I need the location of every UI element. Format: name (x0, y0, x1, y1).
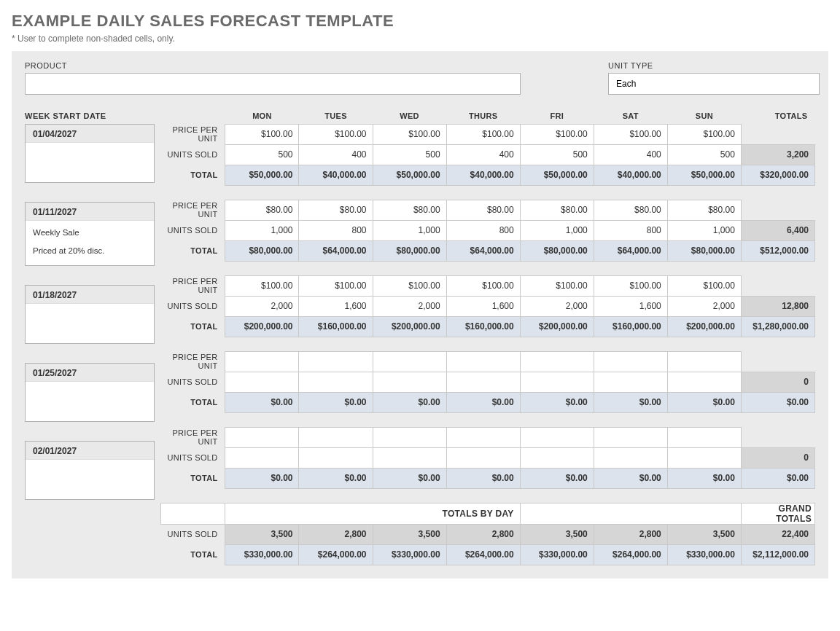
units-cell[interactable] (446, 372, 520, 392)
units-cell[interactable]: 1,600 (594, 296, 667, 316)
units-cell[interactable]: 800 (594, 220, 667, 240)
units-cell[interactable]: 1,000 (667, 220, 741, 240)
price-cell[interactable]: $80.00 (446, 200, 520, 220)
day-header-2: WED (373, 108, 446, 124)
total-cell: $0.00 (520, 468, 594, 488)
day-header-1: TUES (299, 108, 373, 124)
units-cell[interactable]: 2,000 (520, 296, 594, 316)
total-cell: $40,000.00 (594, 165, 667, 185)
price-cell[interactable]: $100.00 (667, 124, 741, 144)
units-cell[interactable] (373, 447, 446, 468)
row-grand-total: $0.00 (741, 468, 814, 488)
price-cell[interactable]: $100.00 (594, 124, 667, 144)
price-cell[interactable]: $80.00 (373, 200, 446, 220)
price-cell[interactable]: $100.00 (299, 275, 373, 296)
units-cell[interactable]: 2,000 (667, 296, 741, 316)
price-cell[interactable]: $100.00 (299, 124, 373, 144)
units-cell[interactable]: 800 (446, 220, 520, 240)
week-date-box[interactable]: 01/11/2027 Weekly SalePriced at 20% disc… (25, 202, 155, 266)
price-total-blank (741, 200, 814, 220)
row-grand-total: $512,000.00 (741, 240, 814, 261)
price-cell[interactable]: $80.00 (520, 200, 594, 220)
week-note: Priced at 20% disc. (33, 243, 147, 259)
total-cell: $0.00 (225, 392, 299, 412)
units-cell[interactable] (667, 372, 741, 392)
price-cell[interactable]: $80.00 (667, 200, 741, 220)
week-notes[interactable] (26, 143, 154, 182)
price-cell[interactable]: $80.00 (225, 200, 299, 220)
price-cell[interactable] (667, 351, 741, 372)
units-cell[interactable]: 800 (299, 220, 373, 240)
week-notes[interactable]: Weekly SalePriced at 20% disc. (26, 221, 154, 265)
units-cell[interactable]: 500 (225, 144, 299, 165)
units-cell[interactable] (667, 447, 741, 468)
price-cell[interactable]: $100.00 (225, 124, 299, 144)
unit-type-input[interactable] (608, 73, 820, 95)
week-notes[interactable] (26, 304, 154, 343)
units-cell[interactable]: 400 (594, 144, 667, 165)
week-notes[interactable] (26, 460, 154, 499)
units-cell[interactable]: 1,000 (520, 220, 594, 240)
units-cell[interactable] (520, 447, 594, 468)
units-cell[interactable]: 1,000 (225, 220, 299, 240)
units-cell[interactable] (520, 372, 594, 392)
price-cell[interactable]: $100.00 (225, 275, 299, 296)
price-cell[interactable]: $100.00 (446, 124, 520, 144)
row-label-price: PRICE PERUNIT (161, 200, 225, 220)
price-cell[interactable]: $100.00 (667, 275, 741, 296)
total-cell: $64,000.00 (299, 240, 373, 261)
price-cell[interactable] (373, 351, 446, 372)
price-cell[interactable]: $80.00 (594, 200, 667, 220)
week-date-box[interactable]: 01/04/2027 (25, 124, 155, 183)
week-date-box[interactable]: 02/01/2027 (25, 441, 155, 500)
price-cell[interactable] (520, 351, 594, 372)
price-cell[interactable] (667, 427, 741, 447)
price-cell[interactable] (520, 427, 594, 447)
price-cell[interactable]: $100.00 (373, 124, 446, 144)
price-cell[interactable] (299, 351, 373, 372)
price-cell[interactable] (446, 427, 520, 447)
price-cell[interactable]: $100.00 (520, 124, 594, 144)
units-cell[interactable] (225, 447, 299, 468)
price-cell[interactable]: $80.00 (299, 200, 373, 220)
units-cell[interactable]: 2,000 (225, 296, 299, 316)
row-label-price: PRICE PERUNIT (161, 124, 225, 144)
page: EXAMPLE DAILY SALES FORECAST TEMPLATE * … (0, 0, 840, 593)
units-cell[interactable] (594, 447, 667, 468)
price-cell[interactable] (225, 427, 299, 447)
product-input[interactable] (25, 73, 521, 95)
price-cell[interactable] (225, 351, 299, 372)
units-cell[interactable]: 500 (373, 144, 446, 165)
units-cell[interactable]: 500 (520, 144, 594, 165)
total-cell: $200,000.00 (520, 316, 594, 337)
units-cell[interactable]: 500 (667, 144, 741, 165)
total-cell: $80,000.00 (520, 240, 594, 261)
units-cell[interactable]: 400 (299, 144, 373, 165)
units-cell[interactable]: 400 (446, 144, 520, 165)
units-cell[interactable] (594, 372, 667, 392)
price-cell[interactable]: $100.00 (446, 275, 520, 296)
week-date-box[interactable]: 01/18/2027 (25, 285, 155, 344)
units-cell[interactable] (299, 447, 373, 468)
units-cell[interactable]: 1,000 (373, 220, 446, 240)
price-cell[interactable] (594, 427, 667, 447)
price-cell[interactable] (594, 351, 667, 372)
price-cell[interactable]: $100.00 (373, 275, 446, 296)
week-date-box[interactable]: 01/25/2027 (25, 363, 155, 422)
units-cell[interactable]: 2,000 (373, 296, 446, 316)
row-grand-total: $1,280,000.00 (741, 316, 814, 337)
units-cell[interactable] (373, 372, 446, 392)
price-cell[interactable] (299, 427, 373, 447)
units-cell[interactable] (299, 372, 373, 392)
price-cell[interactable]: $100.00 (594, 275, 667, 296)
price-cell[interactable] (446, 351, 520, 372)
price-cell[interactable] (373, 427, 446, 447)
total-cell: $50,000.00 (373, 165, 446, 185)
price-cell[interactable]: $100.00 (520, 275, 594, 296)
week-notes[interactable] (26, 382, 154, 421)
units-cell[interactable]: 1,600 (299, 296, 373, 316)
units-cell[interactable] (225, 372, 299, 392)
units-cell[interactable]: 1,600 (446, 296, 520, 316)
units-cell[interactable] (446, 447, 520, 468)
day-units-total: 2,800 (594, 524, 667, 544)
